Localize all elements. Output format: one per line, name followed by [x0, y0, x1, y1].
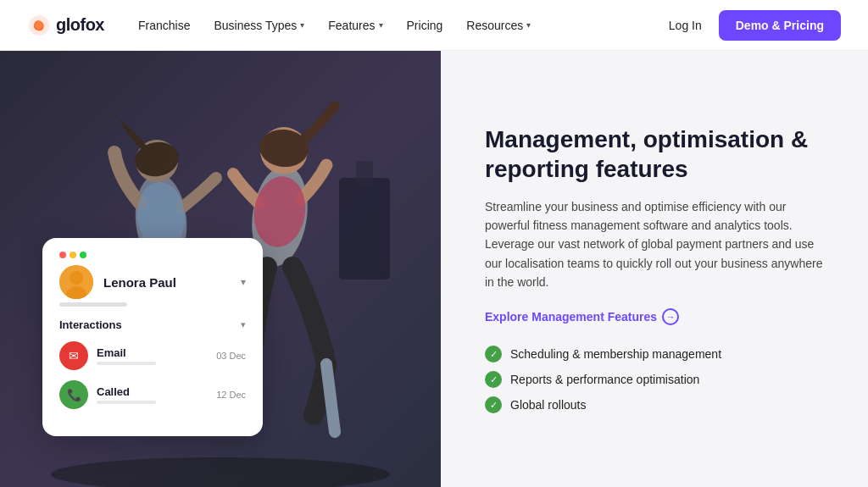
- feature-item-2: ✓ Reports & performance optimisation: [485, 371, 824, 388]
- check-icon-3: ✓: [485, 396, 502, 413]
- navbar: glofox Franchise Business Types ▾ Featur…: [0, 0, 868, 51]
- name-placeholder-bar: [59, 302, 127, 307]
- feature-item-1: ✓ Scheduling & membership management: [485, 346, 824, 362]
- feature-item-3: ✓ Global rollouts: [485, 396, 824, 413]
- resources-chevron: ▾: [526, 20, 531, 30]
- feature-label-3: Global rollouts: [510, 398, 587, 412]
- email-info: Email: [97, 346, 208, 365]
- nav-resources[interactable]: Resources ▾: [466, 19, 531, 32]
- card-header: Lenora Paul ▾: [59, 265, 246, 299]
- section-description: Streamline your business and optimise ef…: [485, 197, 824, 292]
- logo-text: glofox: [56, 15, 104, 35]
- glofox-logo-icon: [27, 14, 51, 37]
- window-controls: [59, 252, 246, 258]
- called-label: Called: [97, 385, 208, 398]
- content-area: Management, optimisation & reporting fea…: [441, 51, 868, 487]
- login-button[interactable]: Log In: [669, 19, 702, 32]
- interactions-chevron[interactable]: ▾: [241, 319, 246, 330]
- features-chevron: ▾: [379, 20, 383, 30]
- nav-business-types[interactable]: Business Types ▾: [214, 19, 304, 32]
- explore-link[interactable]: Explore Management Features →: [485, 308, 824, 325]
- interactions-label: Interactions: [59, 318, 122, 331]
- expand-dot: [80, 252, 86, 258]
- section-title: Management, optimisation & reporting fea…: [485, 125, 824, 184]
- features-list: ✓ Scheduling & membership management ✓ R…: [485, 346, 824, 413]
- explore-label: Explore Management Features: [485, 310, 657, 324]
- hero-image-area: Lenora Paul ▾ Interactions ▾ ✉ Email 03 …: [0, 51, 441, 487]
- close-dot: [59, 252, 66, 258]
- called-info: Called: [97, 385, 208, 404]
- nav-pricing[interactable]: Pricing: [407, 19, 443, 32]
- feature-label-1: Scheduling & membership management: [510, 347, 721, 361]
- svg-rect-10: [339, 178, 390, 279]
- email-icon: ✉: [59, 341, 88, 370]
- user-name: Lenora Paul: [103, 275, 176, 290]
- check-icon-2: ✓: [485, 371, 502, 388]
- crm-card: Lenora Paul ▾ Interactions ▾ ✉ Email 03 …: [42, 238, 263, 436]
- nav-links: Franchise Business Types ▾ Features ▾ Pr…: [138, 19, 642, 32]
- main-content: Lenora Paul ▾ Interactions ▾ ✉ Email 03 …: [0, 51, 868, 487]
- interactions-section-header: Interactions ▾: [59, 318, 246, 331]
- nav-right: Log In Demo & Pricing: [669, 10, 841, 41]
- explore-arrow-icon: →: [662, 308, 679, 325]
- demo-pricing-button[interactable]: Demo & Pricing: [719, 10, 841, 41]
- feature-label-2: Reports & performance optimisation: [510, 373, 699, 386]
- called-placeholder-bar: [97, 401, 156, 404]
- called-interaction: 📞 Called 12 Dec: [59, 380, 246, 409]
- email-date: 03 Dec: [216, 351, 246, 361]
- called-date: 12 Dec: [216, 390, 246, 400]
- nav-franchise[interactable]: Franchise: [138, 19, 190, 32]
- svg-point-14: [70, 271, 83, 285]
- called-icon: 📞: [59, 380, 88, 409]
- email-placeholder-bar: [97, 362, 156, 365]
- avatar: [59, 265, 93, 299]
- check-icon-1: ✓: [485, 346, 502, 362]
- svg-rect-11: [356, 161, 373, 186]
- email-label: Email: [97, 346, 208, 359]
- nav-features[interactable]: Features ▾: [328, 19, 382, 32]
- business-types-chevron: ▾: [300, 20, 304, 30]
- email-interaction: ✉ Email 03 Dec: [59, 341, 246, 370]
- logo[interactable]: glofox: [27, 14, 104, 37]
- hero-background: Lenora Paul ▾ Interactions ▾ ✉ Email 03 …: [0, 51, 441, 487]
- minimize-dot: [70, 252, 76, 258]
- user-chevron[interactable]: ▾: [241, 276, 246, 288]
